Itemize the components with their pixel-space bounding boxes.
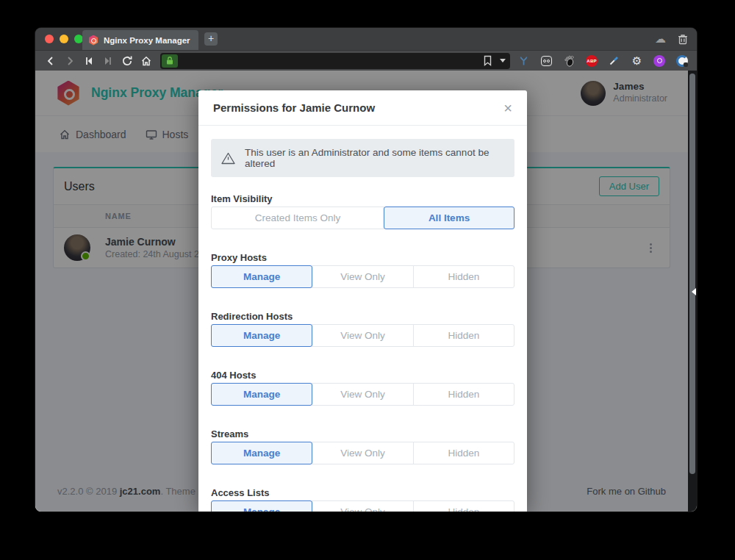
extension-gear-icon[interactable]: ⚙ — [631, 54, 643, 67]
ssl-lock-icon[interactable] — [162, 54, 178, 68]
extension-abp-icon[interactable]: ABP — [586, 55, 598, 67]
segment-option-view-only[interactable]: View Only — [312, 324, 413, 347]
segment-option-view-only[interactable]: View Only — [312, 383, 413, 406]
segment-option-hidden[interactable]: Hidden — [413, 383, 514, 406]
extension-gauge-icon[interactable] — [675, 54, 688, 67]
segment-option-view-only[interactable]: View Only — [312, 442, 413, 464]
permission-button-group: ManageView OnlyHidden — [211, 442, 514, 464]
permission-section-label: Redirection Hosts — [211, 311, 514, 323]
segment-option-view-only[interactable]: View Only — [312, 500, 413, 511]
desktop-background: Nginx Proxy Manager + ☁ — [0, 0, 735, 560]
forward-button[interactable] — [60, 52, 79, 70]
permission-section-proxy-hosts: Proxy HostsManageView OnlyHidden — [211, 252, 514, 288]
warning-text: This user is an Administrator and some i… — [245, 147, 504, 169]
permission-section-label: Streams — [211, 428, 514, 440]
permission-section-label: 404 Hosts — [211, 370, 514, 381]
extension-fork-icon[interactable] — [517, 54, 530, 67]
browser-tab[interactable]: Nginx Proxy Manager — [82, 30, 198, 50]
browser-window: Nginx Proxy Manager + ☁ — [35, 28, 697, 511]
address-bar[interactable] — [160, 53, 510, 69]
npm-favicon-icon — [88, 35, 98, 46]
close-window-button[interactable] — [45, 35, 54, 43]
segment-option-hidden[interactable]: Hidden — [413, 500, 514, 511]
browser-toolbar: ABP ⚙ — [35, 50, 697, 71]
permission-section-streams: StreamsManageView OnlyHidden — [211, 428, 514, 464]
trash-icon[interactable] — [678, 34, 688, 45]
close-icon[interactable]: × — [503, 103, 512, 113]
sync-cloud-icon[interactable]: ☁ — [655, 32, 666, 46]
bookmark-icon[interactable] — [483, 55, 492, 66]
permission-section-label: Proxy Hosts — [211, 252, 514, 264]
permission-section-redirection-hosts: Redirection HostsManageView OnlyHidden — [211, 311, 514, 347]
extension-icons: ABP ⚙ — [517, 54, 691, 67]
permission-section-access-lists: Access ListsManageView OnlyHidden — [211, 487, 514, 511]
segment-option-hidden[interactable]: Hidden — [413, 265, 514, 288]
modal-title: Permissions for Jamie Curnow — [213, 101, 375, 114]
fast-forward-button[interactable] — [98, 52, 118, 70]
segment-option-hidden[interactable]: Hidden — [413, 324, 514, 347]
segment-option-manage[interactable]: Manage — [211, 500, 312, 511]
tab-title: Nginx Proxy Manager — [104, 36, 190, 45]
permission-button-group: ManageView OnlyHidden — [211, 500, 514, 511]
extension-eyedropper-icon[interactable] — [608, 54, 620, 67]
permission-button-group: ManageView OnlyHidden — [211, 383, 514, 406]
permission-button-group: ManageView OnlyHidden — [211, 265, 514, 288]
extension-purple-icon[interactable] — [653, 55, 665, 67]
browser-titlebar: Nginx Proxy Manager + ☁ — [35, 28, 697, 50]
minimize-window-button[interactable] — [60, 35, 68, 43]
permissions-modal: Permissions for Jamie Curnow × This user… — [198, 90, 527, 511]
new-tab-button[interactable]: + — [204, 32, 218, 46]
modal-header: Permissions for Jamie Curnow × — [198, 90, 527, 126]
segment-option-manage[interactable]: Manage — [211, 265, 312, 288]
segment-option-hidden[interactable]: Hidden — [413, 442, 514, 464]
permission-section-404-hosts: 404 HostsManageView OnlyHidden — [211, 370, 514, 406]
permission-section-label: Access Lists — [211, 487, 514, 499]
permission-button-group: ManageView OnlyHidden — [211, 324, 514, 347]
modal-body: This user is an Administrator and some i… — [198, 126, 527, 511]
extension-badger-icon[interactable] — [540, 54, 553, 67]
segment-option-manage[interactable]: Manage — [211, 442, 312, 464]
rewind-button[interactable] — [79, 52, 98, 70]
segment-option-all-items[interactable]: All Items — [384, 207, 514, 229]
item-visibility-section: Item Visibility Created Items OnlyAll It… — [211, 193, 514, 229]
chevron-down-icon[interactable] — [500, 59, 506, 62]
item-visibility-label: Item Visibility — [211, 193, 514, 205]
extension-gnome-foot-icon[interactable] — [563, 54, 576, 67]
segment-option-manage[interactable]: Manage — [211, 383, 312, 406]
segment-option-view-only[interactable]: View Only — [312, 265, 413, 288]
back-button[interactable] — [41, 52, 60, 70]
warning-triangle-icon — [221, 152, 235, 165]
reload-button[interactable] — [118, 52, 137, 70]
segment-option-created-items-only[interactable]: Created Items Only — [211, 207, 384, 229]
home-button[interactable] — [137, 52, 156, 70]
panel-toggle-arrow-icon[interactable] — [692, 288, 696, 295]
item-visibility-group: Created Items OnlyAll Items — [211, 207, 514, 229]
segment-option-manage[interactable]: Manage — [211, 324, 312, 347]
admin-warning-alert: This user is an Administrator and some i… — [211, 139, 514, 177]
window-controls — [45, 35, 83, 43]
browser-viewport: Nginx Proxy Manager James Administrator … — [35, 71, 697, 511]
